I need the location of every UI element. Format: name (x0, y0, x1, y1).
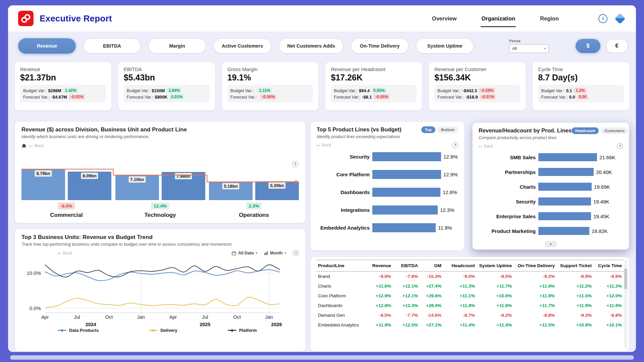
back-label: Back (63, 251, 72, 255)
bar[interactable] (372, 188, 440, 197)
info-icon[interactable]: i (598, 14, 607, 23)
division-meta-row: -8.0% Commercial 12.4% Technology 2.3% O… (21, 202, 299, 219)
vertical-scrollbar[interactable] (624, 260, 628, 349)
table-row[interactable]: Charts+11.6%+12.1%+27.4%+11.3%+11.7%+11.… (316, 281, 624, 291)
metric-cell: +10.9% (557, 320, 594, 330)
toggle-customers[interactable]: Customers (601, 127, 628, 134)
toggle-bottom[interactable]: Bottom (437, 126, 458, 133)
column-header[interactable]: Revenue (366, 260, 393, 272)
bar[interactable] (372, 205, 438, 215)
budget-bar[interactable]: 8.79bn (21, 169, 65, 200)
chart-controls: ↩ Back (21, 142, 299, 149)
metric-button-ebitda[interactable]: EBITDA (83, 38, 141, 54)
currency-eur-button[interactable]: € (606, 39, 628, 53)
metric-cell: +27.4% (420, 281, 443, 291)
table-row[interactable]: Dashboards+12.8%+12.3%+28.4%+11.8%+11.8%… (316, 301, 624, 310)
series-platform[interactable] (45, 265, 280, 277)
scroll-down-chevron[interactable]: ▾ (545, 241, 556, 247)
column-header[interactable]: Support Ticket (557, 260, 594, 272)
metric-cell: -7.8% (393, 272, 420, 282)
eraser-icon[interactable] (614, 13, 626, 24)
column-header[interactable]: System Uptime (477, 260, 514, 272)
data-filter-dropdown[interactable]: All Data ▾ (232, 251, 257, 255)
metric-button-on-time-delivery[interactable]: On-Time Delivery (351, 38, 409, 54)
metric-button-revenue[interactable]: Revenue (18, 38, 76, 54)
tab-region[interactable]: Region (540, 15, 559, 22)
actual-bar[interactable]: 5.30bn (255, 181, 299, 200)
kpi-card[interactable]: Revenue per Customer $156.34K Budget Var… (429, 62, 526, 110)
kpi-card[interactable]: EBITDA $5.43bn Budget Var.: $150M 2.84% … (118, 62, 215, 110)
help-icon[interactable]: ? (617, 143, 623, 149)
bar[interactable] (372, 170, 441, 179)
toolbar-right: Period All ▾ $ € (509, 39, 628, 53)
bar-value-label: 5.18bn (222, 183, 239, 189)
bar-chart-icon (264, 251, 268, 255)
kpi-card[interactable]: Cycle Time 8.7 Day(s) Budget Var.: 0.1 1… (533, 62, 629, 110)
period-select[interactable]: All ▾ (509, 44, 549, 53)
column-header[interactable]: EBITDA (393, 260, 420, 272)
bar-row: Enterprise Sales 19.45K (479, 212, 623, 220)
back-button[interactable]: ↩ Back (317, 143, 331, 148)
column-header[interactable]: On-Time Delivery (514, 260, 557, 272)
bar[interactable] (538, 168, 594, 176)
budget-bar[interactable]: 7.10bn (115, 175, 159, 200)
forecast-var-badge: -0.01% (480, 94, 496, 100)
metric-cell: +12.3% (393, 301, 420, 310)
actual-bar[interactable]: 7.98bn (162, 172, 205, 200)
scrollbar-thumb[interactable] (624, 268, 627, 289)
product-line-cell: Dashboards (316, 301, 366, 310)
help-icon[interactable]: ? (452, 142, 458, 148)
home-icon[interactable] (21, 143, 26, 148)
actual-bar[interactable]: 8.09bn (68, 172, 111, 200)
legend-item-platform[interactable]: Platform (228, 328, 257, 333)
metric-button-net-customer-adds[interactable]: Net Customers Adds (279, 38, 343, 54)
series-delivery[interactable] (45, 297, 280, 308)
bar[interactable] (538, 153, 597, 161)
budget-var-label: Budget Var.: (23, 88, 46, 93)
table-row[interactable]: Demand Gen-8.5%-7.7%-14.6%-8.7%-8.2%-8.8… (316, 310, 624, 320)
bar[interactable] (538, 212, 591, 220)
table-row[interactable]: Embedded Analytics+11.9%+12.5%+27.1%+11.… (316, 320, 624, 330)
bar-row: Integrations 12.3% (317, 205, 458, 215)
column-header[interactable]: GM (420, 260, 443, 272)
bar[interactable] (538, 227, 589, 235)
column-header[interactable]: ProductLine (316, 260, 366, 272)
bar-value: 19.69K (594, 184, 610, 190)
toggle-top[interactable]: Top (421, 126, 435, 133)
bar[interactable] (372, 152, 441, 161)
help-icon[interactable]: ? (293, 250, 299, 256)
bar-value: 12.9% (443, 154, 458, 160)
kpi-variances: Budget Var.: $298M 1.42% Forecast Var.: … (20, 85, 106, 103)
metric-button-active-customers[interactable]: Active Customers (213, 38, 271, 54)
budget-var-label: Budget Var.: (230, 88, 254, 93)
bar[interactable] (372, 223, 436, 232)
legend-item-delivery[interactable]: Delivery (149, 328, 177, 333)
tab-overview[interactable]: Overview (432, 15, 457, 22)
granularity-dropdown[interactable]: Month ▾ (264, 251, 286, 255)
column-header[interactable]: Cycle Time (594, 260, 624, 272)
budget-bar[interactable]: 5.18bn (209, 182, 253, 200)
back-button[interactable]: ↩ Back (58, 251, 72, 256)
kpi-card[interactable]: Revenue $21.37bn Budget Var.: $298M 1.42… (15, 62, 111, 110)
kpi-card[interactable]: Gross Margin 19.1% Budget Var.: 1.11% Fo… (222, 62, 319, 110)
bar[interactable] (538, 197, 591, 205)
trend-line-chart: 10.0%0.0%AprJulOctJanAprJulOctJan2024202… (21, 258, 286, 328)
x-tick-label: Apr (41, 314, 49, 320)
forecast-var-label: Forecast Var.: (23, 95, 50, 100)
kpi-card[interactable]: Revenue per Headcount $17.26K Budget Var… (325, 62, 422, 110)
back-button[interactable]: ↩ Back (29, 143, 44, 148)
bar[interactable] (538, 183, 592, 191)
metric-button-margin[interactable]: Margin (148, 38, 206, 54)
horizontal-scrollbar[interactable] (10, 355, 634, 360)
table-row[interactable]: Brand-8.8%-7.8%-15.3%-9.0%-8.5%-9.2%-8.9… (316, 272, 624, 282)
tab-organization[interactable]: Organization (481, 15, 515, 22)
bar-label: SMB Sales (479, 155, 536, 160)
back-button[interactable]: ↩ Back (479, 144, 493, 149)
table-row[interactable]: Core Platform+12.9%+12.1%+29.6%+11.1%+10… (316, 291, 624, 301)
metric-button-system-uptime[interactable]: System Uptime (416, 38, 474, 54)
column-header[interactable]: Headcount (443, 260, 477, 272)
toggle-headcount[interactable]: Headcount (572, 127, 599, 134)
legend-item-data-products[interactable]: Data Products (58, 328, 99, 333)
currency-usd-button[interactable]: $ (576, 39, 600, 53)
app-header: Executive Report Overview Organization R… (8, 5, 636, 32)
